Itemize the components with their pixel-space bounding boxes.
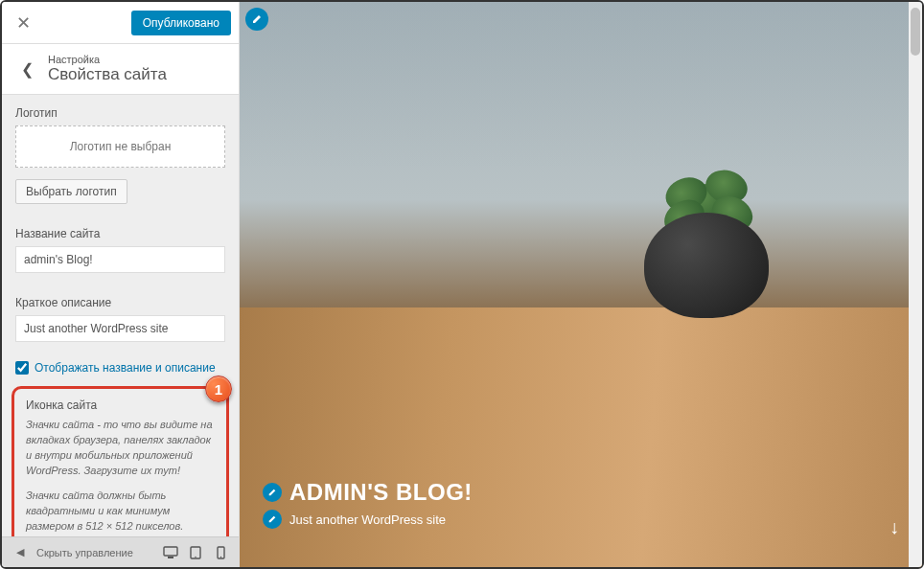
customizer-sidebar: ✕ Опубликовано ❮ Настройка Свойства сайт…: [2, 2, 240, 567]
sidebar-footer: ◀ Скрыть управление: [2, 536, 239, 567]
hero-text: ADMIN'S BLOG! Just another WordPress sit…: [263, 479, 473, 529]
display-title-checkbox-row[interactable]: Отображать название и описание: [2, 353, 239, 386]
collapse-label[interactable]: Скрыть управление: [36, 547, 133, 558]
edit-shortcut-icon[interactable]: [263, 483, 282, 502]
hero-image-plant: [625, 165, 788, 318]
breadcrumb: Настройка: [48, 54, 167, 65]
site-icon-help-2: Значки сайта должны быть квадратными и к…: [20, 489, 220, 536]
tagline-label: Краткое описание: [2, 284, 239, 315]
svg-rect-1: [168, 557, 173, 558]
site-icon-help-1: Значки сайта - то что вы видите на вклад…: [20, 418, 220, 489]
sidebar-topbar: ✕ Опубликовано: [2, 2, 239, 44]
svg-rect-0: [164, 547, 177, 556]
desktop-preview-icon[interactable]: [162, 544, 179, 561]
svg-point-5: [219, 556, 220, 557]
site-preview: ADMIN'S BLOG! Just another WordPress sit…: [240, 2, 922, 567]
collapse-chevron-icon[interactable]: ◀: [12, 544, 29, 561]
select-logo-button[interactable]: Выбрать логотип: [15, 179, 127, 204]
scroll-down-icon[interactable]: ↓: [889, 516, 899, 538]
logo-label: Логотип: [2, 95, 239, 125]
svg-point-3: [195, 556, 196, 557]
tagline-input[interactable]: [15, 315, 225, 342]
page-title: Свойства сайта: [48, 65, 167, 84]
logo-placeholder: Логотип не выбран: [15, 125, 225, 168]
display-title-checkbox-label: Отображать название и описание: [35, 361, 216, 375]
preview-scrollbar[interactable]: [909, 2, 922, 567]
back-chevron-icon[interactable]: ❮: [15, 57, 38, 80]
site-title-input[interactable]: [15, 246, 225, 273]
site-icon-section: Иконка сайта Значки сайта - то что вы ви…: [12, 386, 229, 536]
annotation-badge-1: 1: [205, 376, 232, 402]
display-title-checkbox[interactable]: [15, 361, 29, 375]
preview-tagline: Just another WordPress site: [289, 512, 446, 527]
sidebar-header: ❮ Настройка Свойства сайта: [2, 44, 239, 95]
mobile-preview-icon[interactable]: [212, 544, 229, 561]
preview-site-title: ADMIN'S BLOG!: [289, 479, 473, 506]
publish-button[interactable]: Опубликовано: [131, 11, 231, 35]
tablet-preview-icon[interactable]: [187, 544, 204, 561]
sidebar-body: Логотип Логотип не выбран Выбрать логоти…: [2, 95, 239, 536]
close-icon[interactable]: ✕: [10, 10, 36, 36]
site-title-label: Название сайта: [2, 216, 239, 246]
edit-shortcut-icon[interactable]: [245, 8, 268, 31]
scrollbar-thumb[interactable]: [911, 8, 920, 56]
site-icon-label: Иконка сайта: [20, 397, 220, 418]
edit-shortcut-icon[interactable]: [263, 510, 282, 529]
